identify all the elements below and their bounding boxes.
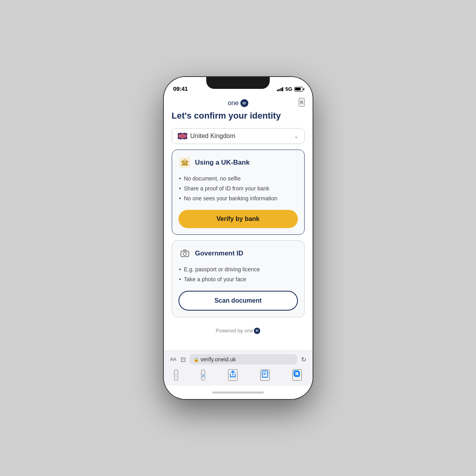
page-title: Let's confirm your identity [172,110,305,122]
forward-button[interactable]: › [201,370,205,380]
svg-rect-5 [181,165,188,165]
gov-id-bullet-1: E.g. passport or driving licence [178,265,298,274]
powered-by: Powered by one ID [172,323,305,337]
bank-bullet-1: No document, no selfie [178,174,298,184]
svg-point-7 [183,252,186,255]
gov-id-option-title: Government ID [195,250,244,257]
verify-by-bank-button[interactable]: Verify by bank [178,210,298,228]
gov-id-bullet-2: Take a photo of your face [178,274,298,284]
country-name: United Kingdom [190,132,291,140]
main-scroll: Let's confirm your identity [164,110,313,351]
home-bar [212,392,264,393]
svg-rect-8 [262,371,268,377]
refresh-icon[interactable]: ↻ [301,356,306,363]
signal-icon [277,87,284,91]
browser-nav: ‹ › [170,368,306,382]
browser-aa-label[interactable]: AA [170,357,177,362]
scan-document-button[interactable]: Scan document [178,291,298,311]
bank-option-title: Using a UK-Bank [195,159,250,167]
powered-by-text: Powered by [216,328,243,334]
browser-url-row: AA ⊡ 🔒 verify.oneid.uk ↻ [170,354,306,365]
reader-mode-icon[interactable]: ⊡ [180,356,186,363]
country-selector[interactable]: United Kingdom ⌄ [172,128,305,144]
powered-by-logo: one ID [244,328,260,334]
app-header: one ID × [164,94,313,110]
home-indicator [164,386,313,399]
back-button[interactable]: ‹ [174,370,178,380]
powered-logo-text: one [244,328,253,334]
phone-notch [206,77,270,89]
status-time: 09:41 [173,85,188,92]
powered-logo-badge: ID [254,328,260,334]
battery-icon [294,87,303,92]
bank-icon [178,156,191,169]
app-content: one ID × Let's confirm your identity [164,94,313,399]
logo-text: one [228,99,238,107]
logo-badge: ID [240,99,248,107]
gov-id-option-bullets: E.g. passport or driving licence Take a … [178,265,298,284]
status-icons: 5G [277,86,303,92]
bookmarks-button[interactable] [260,369,270,381]
svg-rect-3 [184,162,185,165]
camera-icon [178,247,191,260]
phone-screen: 09:41 5G [164,77,313,399]
uk-flag-icon [178,133,187,139]
svg-rect-4 [186,162,187,165]
phone-shell: 09:41 5G [164,77,313,399]
browser-bar: AA ⊡ 🔒 verify.oneid.uk ↻ ‹ › [164,351,313,386]
svg-text:1: 1 [295,372,297,375]
bank-option-bullets: No document, no selfie Share a proof of … [178,174,298,203]
bank-option-header: Using a UK-Bank [178,156,298,169]
browser-url-bar[interactable]: 🔒 verify.oneid.uk [190,354,297,365]
oneid-logo: one ID [228,99,248,107]
scene: 09:41 5G [0,0,476,476]
network-badge: 5G [285,86,292,92]
svg-rect-6 [181,251,189,257]
close-button[interactable]: × [299,98,305,107]
gov-id-option-card: Government ID E.g. passport or driving l… [172,240,305,317]
gov-id-option-header: Government ID [178,247,298,260]
url-text: verify.oneid.uk [201,356,236,363]
bank-option-card: Using a UK-Bank No document, no selfie S… [172,150,305,235]
tabs-button[interactable]: 1 [292,369,302,381]
lock-icon: 🔒 [194,357,199,362]
svg-rect-2 [182,162,184,165]
bank-bullet-2: Share a proof of ID from your bank [178,184,298,194]
bank-bullet-3: No one sees your banking information [178,194,298,203]
chevron-down-icon: ⌄ [294,133,299,139]
share-button[interactable] [228,369,238,381]
